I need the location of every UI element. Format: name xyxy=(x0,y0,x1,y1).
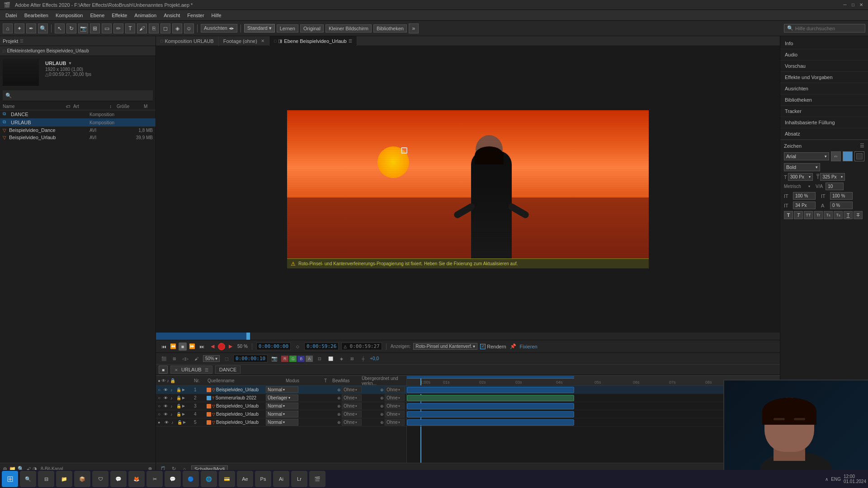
layer-4-mode[interactable]: Normal ▾ xyxy=(266,411,302,418)
render-tab-x[interactable]: ✕ xyxy=(175,368,178,372)
layer-4-verk-dropdown[interactable]: Ohne ▾ xyxy=(385,411,405,418)
snapshot-btn[interactable]: 📷 xyxy=(270,355,278,363)
workspace-more[interactable]: » xyxy=(409,23,419,33)
scale-v-field[interactable]: 100 % xyxy=(830,192,853,200)
clip-2[interactable] xyxy=(407,395,574,401)
layer-3-collapse[interactable]: ▶ xyxy=(182,404,187,408)
file-item-dance-video[interactable]: ▽ Beispielvideo_Dance AVI 1,8 MB xyxy=(0,127,156,134)
layer-row-4[interactable]: ○ 👁 ♪ 🔓 ▶ 4 ▽ Beispielvideo_Urlaub xyxy=(156,410,406,418)
file-item-dance[interactable]: ⧉ DANCE Komposition xyxy=(0,110,156,118)
display-mode-dropdown[interactable]: Roto-Pinsel und Kantenverf. ▾ xyxy=(413,343,477,350)
va-field[interactable]: 10 xyxy=(826,183,844,190)
layer-row-1[interactable]: ○ 👁 ♪ 🔓 ▶ 1 ▽ Beispielvideo_Urlaub xyxy=(156,386,406,394)
timecode-end[interactable]: 0:00:59:26 xyxy=(304,343,339,350)
right-ausrichten[interactable]: Ausrichten xyxy=(780,83,868,94)
green-ch-btn[interactable]: G xyxy=(289,356,297,362)
layer-4-eye[interactable]: 👁 xyxy=(164,412,170,417)
transparency-btn[interactable]: ⬜ xyxy=(326,355,335,363)
layer-2-collapse[interactable]: ▶ xyxy=(182,396,187,400)
taskview-btn[interactable]: ⊟ xyxy=(38,471,54,487)
tl-solo-all[interactable]: ● xyxy=(158,378,160,383)
timebar-handle[interactable] xyxy=(246,333,250,340)
layer-5-mode-dropdown[interactable]: Normal ▾ xyxy=(266,419,298,426)
maximize-button[interactable]: □ xyxy=(850,2,856,8)
layer-5-audio[interactable]: ♪ xyxy=(171,420,177,425)
guides-btn[interactable]: ⊞ xyxy=(348,355,356,363)
tl-audio-all[interactable]: ♪ xyxy=(167,378,169,383)
workspace-libraries[interactable]: Bibliotheken xyxy=(373,24,407,33)
right-audio[interactable]: Audio xyxy=(780,49,868,61)
clip-3[interactable] xyxy=(407,403,574,409)
close-button[interactable]: ✕ xyxy=(858,2,864,8)
smallcaps-btn[interactable]: Tr xyxy=(814,211,823,219)
italic-btn[interactable]: T xyxy=(794,211,803,219)
right-absatz[interactable]: Absatz xyxy=(780,128,868,140)
clip-1[interactable] xyxy=(407,387,574,393)
timecode-current[interactable]: 0:00:00:00 xyxy=(256,343,291,350)
taskbar-app9[interactable]: 💳 xyxy=(219,471,235,487)
layer-5-mode[interactable]: Normal ▾ xyxy=(266,419,302,426)
metric-dropdown-arrow[interactable]: ▾ xyxy=(808,184,810,188)
layer-5-uber-dropdown[interactable]: Ohne ▾ xyxy=(342,419,362,426)
project-search-input[interactable] xyxy=(14,93,150,99)
layer-3-solo[interactable]: ○ xyxy=(158,404,163,408)
workspace-small[interactable]: Kleiner Bildschirm xyxy=(326,24,372,33)
layer-4-solo[interactable]: ○ xyxy=(158,412,163,417)
scale-h-field[interactable]: 100 % xyxy=(793,192,816,200)
font-style-dropdown[interactable]: Bold ▾ xyxy=(784,163,820,171)
layer-3-audio[interactable]: ♪ xyxy=(170,404,176,408)
layer-1-solo[interactable]: ○ xyxy=(158,387,163,392)
layer-5-eye[interactable]: 👁 xyxy=(165,420,171,425)
workspace-learn[interactable]: Lernen xyxy=(277,24,298,33)
roto-record-button[interactable] xyxy=(218,343,225,350)
pencil-tool[interactable]: ✒ xyxy=(26,23,36,33)
layer-5-collapse[interactable]: ▶ xyxy=(183,420,188,424)
font-size-field[interactable]: 300 Px ▾ xyxy=(788,173,813,181)
allcaps-btn[interactable]: TT xyxy=(804,211,813,219)
snap-btn[interactable]: ◁▷ xyxy=(181,355,189,363)
menu-komposition[interactable]: Komposition xyxy=(52,12,87,19)
step-back-button[interactable]: ⏪ xyxy=(169,343,177,351)
super-btn[interactable]: Ts xyxy=(824,211,833,219)
eraser-tool[interactable]: ◻ xyxy=(160,23,170,33)
taskbar-app7[interactable]: 🔵 xyxy=(183,471,199,487)
render-tab-urlaub-menu[interactable]: ☰ xyxy=(205,368,208,372)
align-button[interactable]: Ausrichten ◂▸ xyxy=(201,24,237,33)
tab-komposition-checkbox[interactable]: □ xyxy=(160,39,163,43)
taskbar-app1[interactable]: 📦 xyxy=(74,471,90,487)
taskbar-app8[interactable]: 🌐 xyxy=(201,471,217,487)
right-tracker[interactable]: Tracker xyxy=(780,106,868,117)
paint-btn[interactable]: 🖌 xyxy=(192,355,200,363)
taskbar-app3[interactable]: 💬 xyxy=(110,471,127,487)
roi-btn[interactable]: ⊡ xyxy=(316,355,324,363)
zeichen-menu-icon[interactable]: ☰ xyxy=(860,143,864,149)
tab-komposition[interactable]: □ Komposition URLAUB xyxy=(156,36,219,46)
create-tool[interactable]: ✦ xyxy=(14,23,24,33)
grid-tool[interactable]: ⊞ xyxy=(90,23,100,33)
font-select-dropdown[interactable]: Arial ▾ xyxy=(784,152,829,160)
clone-tool[interactable]: ⎘ xyxy=(149,23,159,33)
font-color-swatch[interactable] xyxy=(843,151,853,161)
layer-2-mode[interactable]: Überlager ▾ xyxy=(266,394,302,401)
search-taskbar-btn[interactable]: 🔍 xyxy=(20,471,36,487)
layer-row-5[interactable]: ● 👁 ♪ 🔓 ▶ 5 ▽ Beispielvideo_Urlaub xyxy=(156,418,406,427)
taskbar-app6[interactable]: 💬 xyxy=(165,471,181,487)
red-ch-btn[interactable]: R xyxy=(281,356,288,362)
select-tool[interactable]: ↖ xyxy=(55,23,65,33)
pen-tool[interactable]: ✏ xyxy=(113,23,123,33)
layer-5-lock[interactable]: 🔓 xyxy=(177,420,183,425)
playback-time[interactable]: 0:00:00:10 xyxy=(233,355,268,362)
right-info[interactable]: Info xyxy=(780,38,868,49)
file-item-urlaub[interactable]: ⧉ URLAUB Komposition xyxy=(0,118,156,127)
workspace-standard[interactable]: Standard ▾ xyxy=(244,24,275,33)
strikethrough-btn[interactable]: T xyxy=(854,211,863,219)
clip-4[interactable] xyxy=(407,411,574,418)
minimize-button[interactable]: ─ xyxy=(842,2,848,8)
roto-back-button[interactable]: ◀ xyxy=(208,343,217,351)
tracking-field[interactable]: 0 % xyxy=(830,202,853,209)
render-checkbox[interactable]: ✓ xyxy=(480,344,486,349)
type-tool[interactable]: T xyxy=(125,23,135,33)
3d-btn[interactable]: ◈ xyxy=(337,355,345,363)
renderliste-tab-urlaub[interactable]: ✕ URLAUB ☰ xyxy=(170,366,212,374)
right-vorschau[interactable]: Vorschau xyxy=(780,61,868,72)
